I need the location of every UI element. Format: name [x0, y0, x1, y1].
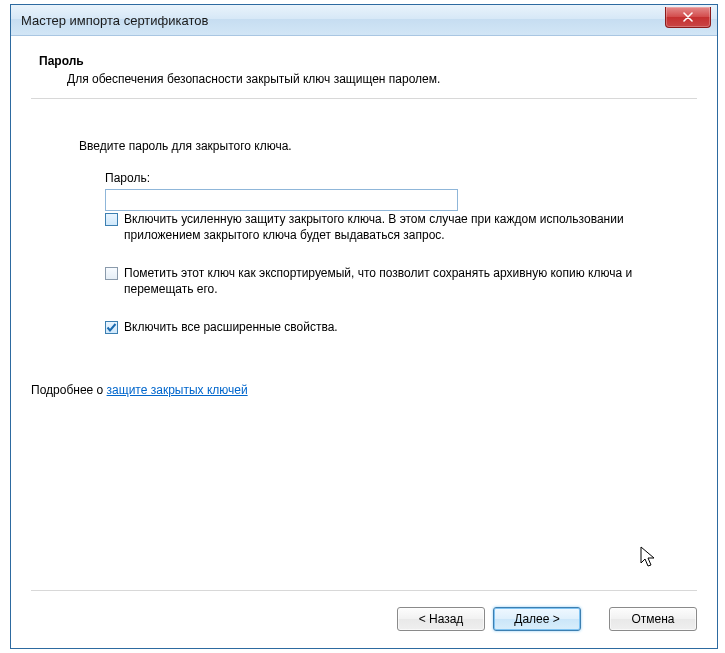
wizard-window: Мастер импорта сертификатов Пароль Для о… — [10, 4, 718, 649]
option-label: Пометить этот ключ как экспортируемый, ч… — [124, 265, 690, 297]
close-icon — [682, 12, 694, 22]
client-area: Пароль Для обеспечения безопасности закр… — [11, 36, 717, 649]
option-mark-exportable[interactable]: Пометить этот ключ как экспортируемый, ч… — [105, 265, 690, 297]
section-description: Для обеспечения безопасности закрытый кл… — [67, 72, 697, 86]
option-label: Включить все расширенные свойства. — [124, 319, 338, 335]
window-title: Мастер импорта сертификатов — [21, 13, 208, 28]
instruction-text: Введите пароль для закрытого ключа. — [79, 139, 697, 153]
checkbox-strong-protection[interactable] — [105, 213, 118, 226]
option-strong-protection[interactable]: Включить усиленную защиту закрытого ключ… — [105, 211, 690, 243]
password-group: Пароль: — [105, 171, 697, 211]
password-input[interactable] — [105, 189, 458, 211]
next-button[interactable]: Далее > — [493, 607, 581, 631]
cancel-button[interactable]: Отмена — [609, 607, 697, 631]
password-label: Пароль: — [105, 171, 697, 185]
section-heading: Пароль — [39, 54, 697, 68]
checkbox-all-extended[interactable] — [105, 321, 118, 334]
divider-bottom — [31, 590, 697, 591]
footer: < Назад Далее > Отмена — [11, 574, 717, 649]
learn-more: Подробнее о защите закрытых ключей — [31, 383, 697, 397]
button-row: < Назад Далее > Отмена — [31, 607, 697, 631]
option-label: Включить усиленную защиту закрытого ключ… — [124, 211, 690, 243]
title-bar: Мастер импорта сертификатов — [11, 5, 717, 36]
close-button[interactable] — [665, 7, 711, 28]
button-spacer — [589, 607, 601, 631]
learn-more-prefix: Подробнее о — [31, 383, 107, 397]
form-area: Введите пароль для закрытого ключа. Паро… — [79, 139, 697, 335]
back-button[interactable]: < Назад — [397, 607, 485, 631]
divider-top — [31, 98, 697, 99]
option-all-extended[interactable]: Включить все расширенные свойства. — [105, 319, 690, 335]
checkbox-mark-exportable[interactable] — [105, 267, 118, 280]
learn-more-link[interactable]: защите закрытых ключей — [107, 383, 248, 397]
